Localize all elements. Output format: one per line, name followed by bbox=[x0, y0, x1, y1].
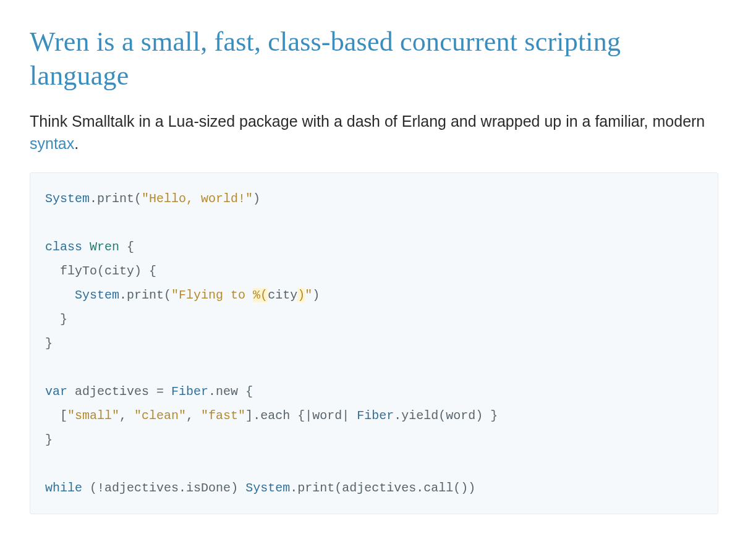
code-token: } bbox=[45, 433, 53, 447]
code-token bbox=[45, 264, 60, 278]
page-title: Wren is a small, fast, class-based concu… bbox=[30, 25, 718, 93]
syntax-link[interactable]: syntax bbox=[30, 135, 74, 152]
code-token: "small" bbox=[67, 409, 119, 423]
code-token: "fast" bbox=[201, 409, 245, 423]
code-token: var bbox=[45, 384, 67, 399]
code-token bbox=[290, 409, 297, 423]
code-token: "clean" bbox=[134, 409, 186, 423]
code-token: ) bbox=[468, 481, 475, 495]
code-token: ( bbox=[438, 409, 446, 423]
code-token: } bbox=[60, 312, 67, 326]
code-token: , bbox=[119, 409, 134, 423]
code-token: { bbox=[149, 264, 156, 278]
code-token: , bbox=[186, 409, 201, 423]
code-token: ( bbox=[334, 481, 342, 495]
code-token: ) bbox=[231, 481, 238, 495]
code-token: Fiber bbox=[171, 384, 208, 399]
code-token: ) bbox=[297, 288, 305, 302]
code-token: . bbox=[253, 409, 260, 423]
intro-text-before: Think Smalltalk in a Lua-sized package w… bbox=[30, 112, 705, 130]
code-token: city bbox=[104, 264, 134, 278]
code-token: [ bbox=[60, 409, 67, 423]
code-token: } bbox=[490, 409, 498, 423]
code-token bbox=[142, 264, 149, 278]
code-token: flyTo bbox=[60, 264, 97, 278]
code-token: ! bbox=[97, 481, 104, 495]
code-token: System bbox=[45, 192, 90, 206]
code-token: while bbox=[45, 481, 82, 495]
code-token: ) bbox=[134, 264, 142, 278]
code-token bbox=[82, 481, 90, 495]
code-token: yield bbox=[401, 409, 438, 423]
code-token: word bbox=[312, 409, 342, 423]
intro-text-after: . bbox=[74, 135, 79, 152]
code-token: . bbox=[119, 288, 127, 302]
code-token: | bbox=[305, 409, 312, 423]
code-token: . bbox=[179, 481, 186, 495]
code-token bbox=[45, 288, 75, 302]
code-token: "Flying to bbox=[171, 288, 253, 302]
code-token: word bbox=[446, 409, 475, 423]
code-token: each bbox=[260, 409, 290, 423]
code-token: { bbox=[297, 409, 305, 423]
code-token: Wren bbox=[90, 240, 119, 254]
code-token bbox=[119, 240, 127, 254]
code-token: System bbox=[245, 481, 290, 495]
code-token: ( bbox=[90, 481, 97, 495]
code-token: ( bbox=[164, 288, 171, 302]
code-token: Fiber bbox=[357, 409, 394, 423]
code-token: call bbox=[423, 481, 453, 495]
code-token bbox=[45, 312, 60, 326]
code-token bbox=[82, 240, 90, 254]
code-token: { bbox=[245, 384, 253, 399]
code-token: ) bbox=[253, 192, 260, 206]
code-token: class bbox=[45, 240, 82, 254]
code-token: . bbox=[290, 481, 297, 495]
code-token: ( bbox=[97, 264, 104, 278]
code-token: adjectives bbox=[342, 481, 416, 495]
code-token bbox=[45, 409, 60, 423]
code-token: "Hello, world!" bbox=[142, 192, 253, 206]
code-block: System.print("Hello, world!") class Wren… bbox=[30, 172, 718, 514]
code-token: . bbox=[394, 409, 401, 423]
code-token: . bbox=[90, 192, 97, 206]
code-token: " bbox=[305, 288, 312, 302]
code-token: isDone bbox=[186, 481, 231, 495]
code-token: new bbox=[216, 384, 238, 399]
code-token: adjectives bbox=[104, 481, 179, 495]
code-token: ( bbox=[134, 192, 142, 206]
code-token: ] bbox=[245, 409, 253, 423]
code-token bbox=[238, 481, 245, 495]
code-token: adjectives bbox=[75, 384, 149, 399]
code-token: print bbox=[297, 481, 334, 495]
code-token: %( bbox=[253, 288, 268, 302]
code-token: city bbox=[268, 288, 297, 302]
code-token: = bbox=[149, 384, 171, 399]
code-token bbox=[483, 409, 490, 423]
code-token bbox=[238, 384, 245, 399]
code-token bbox=[67, 384, 75, 399]
code-token: | bbox=[342, 409, 357, 423]
code-token: print bbox=[127, 288, 164, 302]
code-token: } bbox=[45, 336, 53, 350]
code-token: ( bbox=[453, 481, 461, 495]
code-token: ) bbox=[475, 409, 483, 423]
code-token: ) bbox=[312, 288, 320, 302]
code-token: . bbox=[208, 384, 216, 399]
code-token: . bbox=[416, 481, 423, 495]
code-token: ) bbox=[461, 481, 468, 495]
code-token: System bbox=[75, 288, 119, 302]
code-token: print bbox=[97, 192, 134, 206]
code-token: { bbox=[127, 240, 134, 254]
intro-paragraph: Think Smalltalk in a Lua-sized package w… bbox=[30, 110, 718, 155]
